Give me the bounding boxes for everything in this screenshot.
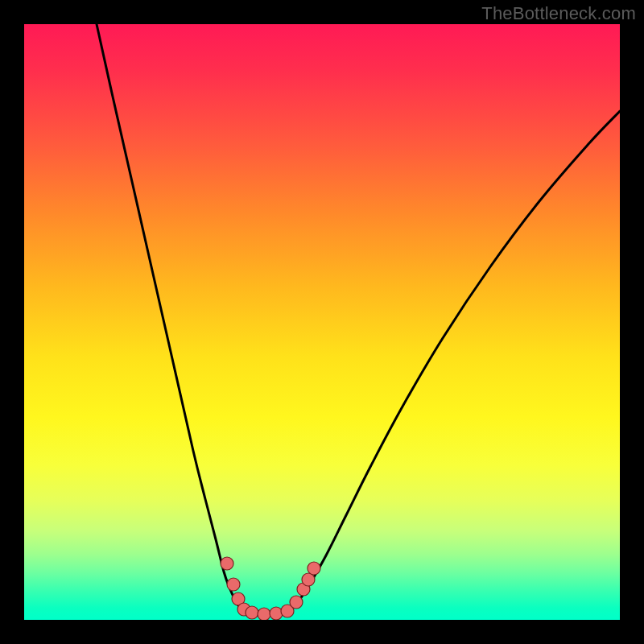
chart-frame: TheBottleneck.com — [0, 0, 644, 644]
data-dot — [258, 608, 270, 620]
data-dot — [227, 578, 240, 591]
curve-svg — [24, 24, 620, 620]
data-dot — [221, 557, 233, 570]
watermark-text: TheBottleneck.com — [481, 3, 636, 24]
data-dot — [270, 607, 283, 620]
data-dot — [246, 606, 258, 619]
plot-area — [24, 24, 620, 620]
bottleneck-curve — [97, 24, 620, 615]
data-dot — [308, 562, 320, 575]
data-dots — [221, 557, 320, 620]
data-dot — [290, 596, 303, 609]
